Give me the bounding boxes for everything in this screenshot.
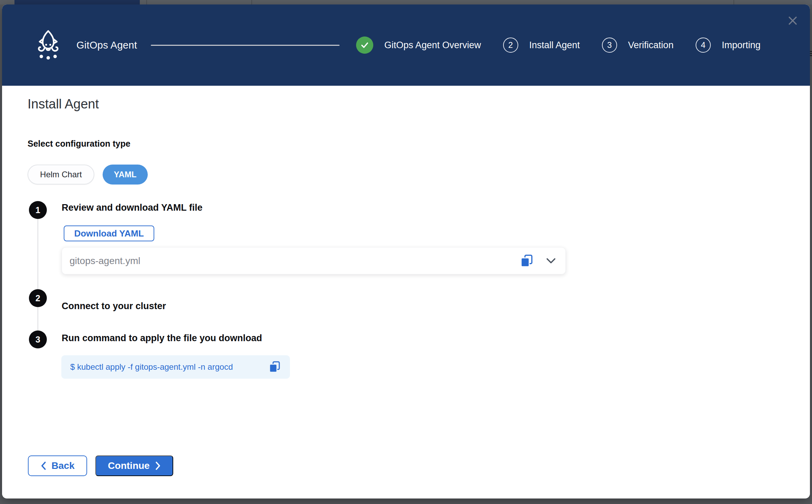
step-number-badge: 4: [696, 38, 711, 53]
wizard-header: GitOps Agent GitOps Agent Overview 2 Ins…: [2, 4, 810, 86]
chevron-right-icon: [155, 461, 161, 470]
kubectl-command-box: $ kubectl apply -f gitops-agent.yml -n a…: [61, 355, 290, 379]
close-icon[interactable]: [788, 15, 798, 26]
download-yaml-button[interactable]: Download YAML: [64, 225, 154, 241]
progress-step-label: Importing: [722, 40, 761, 51]
back-button-label: Back: [52, 460, 75, 471]
steps-connector-line: [38, 210, 38, 339]
chevron-down-icon[interactable]: [546, 258, 556, 264]
header-divider-line: [151, 45, 340, 46]
step-number-badge: 3: [602, 38, 617, 53]
back-button[interactable]: Back: [28, 455, 87, 476]
step-3-badge: 3: [29, 330, 47, 348]
yaml-file-expander[interactable]: gitops-agent.yml: [62, 247, 566, 274]
progress-step-verification[interactable]: 3 Verification: [602, 38, 674, 53]
wizard-title: GitOps Agent: [76, 40, 137, 51]
tab-divider: [251, 0, 252, 4]
config-option-helm-chart[interactable]: Helm Chart: [28, 165, 94, 185]
background-active-tab: [14, 0, 140, 4]
backdrop-bottom-edge: [0, 498, 812, 504]
page-title: Install Agent: [28, 97, 99, 112]
step-2-badge: 2: [29, 289, 47, 307]
step-1-title: Review and download YAML file: [62, 202, 202, 213]
yaml-file-name: gitops-agent.yml: [70, 255, 140, 266]
step-complete-check-icon: [356, 36, 373, 54]
progress-step-overview[interactable]: GitOps Agent Overview: [356, 36, 481, 54]
continue-button[interactable]: Continue: [95, 455, 173, 476]
step-number-badge: 2: [503, 38, 518, 53]
progress-step-install-agent[interactable]: 2 Install Agent: [503, 38, 580, 53]
config-option-label: Helm Chart: [40, 170, 82, 179]
progress-step-importing[interactable]: 4 Importing: [696, 38, 761, 53]
continue-button-label: Continue: [108, 460, 149, 471]
copy-icon[interactable]: [269, 361, 281, 373]
kubectl-command-text: $ kubectl apply -f gitops-agent.yml -n a…: [70, 362, 233, 372]
tab-divider: [733, 0, 734, 4]
progress-step-label: Install Agent: [529, 40, 580, 51]
config-option-label: YAML: [114, 170, 137, 179]
step-3-title: Run command to apply the file you downlo…: [62, 333, 262, 344]
tab-divider: [146, 0, 147, 4]
chevron-left-icon: [41, 461, 46, 470]
progress-step-label: GitOps Agent Overview: [384, 40, 481, 51]
step-2-title: Connect to your cluster: [62, 301, 166, 312]
gitops-agent-logo-icon: [34, 29, 62, 61]
menu-lines-icon: [810, 51, 812, 57]
background-tab-strip: [0, 0, 812, 4]
step-1-badge: 1: [29, 201, 47, 219]
config-type-label: Select configuration type: [28, 139, 131, 149]
gitops-agent-wizard-modal: GitOps Agent GitOps Agent Overview 2 Ins…: [2, 4, 810, 498]
progress-step-label: Verification: [628, 40, 674, 51]
config-option-yaml[interactable]: YAML: [103, 165, 148, 185]
backdrop-right-edge: [810, 4, 812, 498]
wizard-body: Install Agent Select configuration type …: [2, 86, 810, 498]
copy-icon[interactable]: [520, 254, 534, 268]
wizard-progress-steps: GitOps Agent Overview 2 Install Agent 3 …: [356, 36, 760, 54]
